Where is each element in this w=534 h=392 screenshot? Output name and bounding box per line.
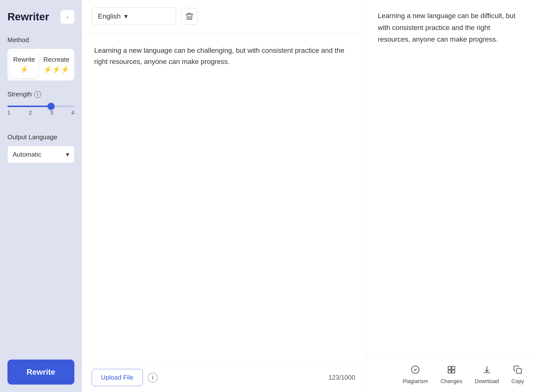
svg-rect-2 — [452, 366, 455, 369]
upload-info-icon[interactable]: ℹ — [148, 373, 158, 383]
trash-icon — [185, 12, 194, 21]
chevron-down-icon: ▾ — [66, 151, 69, 158]
rewrite-button[interactable]: Rewrite — [7, 360, 74, 385]
method-recreate[interactable]: Recreate ⚡⚡⚡ — [41, 51, 72, 78]
right-footer: Plagiarism Changes — [365, 358, 534, 392]
rewrite-icon: ⚡ — [20, 65, 29, 74]
copy-action[interactable]: Copy — [511, 365, 524, 385]
download-label: Download — [475, 378, 499, 385]
output-language-value: Automatic — [13, 151, 41, 158]
main-header: English ▾ — [82, 0, 365, 33]
input-text: Learning a new language can be challengi… — [94, 47, 344, 65]
method-recreate-label: Recreate — [43, 56, 70, 63]
delete-button[interactable] — [181, 8, 198, 25]
sidebar-header: Rewriter ‹ — [7, 10, 74, 24]
collapse-button[interactable]: ‹ — [60, 10, 74, 24]
language-value: English — [98, 12, 121, 20]
strength-label: Strength — [7, 90, 32, 98]
slider-tick-4: 4 — [71, 110, 74, 116]
slider-tick-2: 2 — [29, 110, 32, 116]
upload-file-button[interactable]: Upload File — [92, 369, 143, 386]
right-panel: Learning a new language can be difficult… — [365, 0, 534, 392]
changes-label: Changes — [441, 378, 462, 385]
slider-tick-3: 3 — [50, 110, 53, 116]
svg-rect-4 — [452, 370, 455, 373]
output-language-label: Output Language — [7, 133, 74, 141]
svg-rect-3 — [448, 370, 451, 373]
plagiarism-label: Plagiarism — [403, 378, 428, 385]
slider-tick-1: 1 — [7, 110, 10, 116]
input-text-area[interactable]: Learning a new language can be challengi… — [82, 33, 365, 363]
svg-rect-1 — [448, 366, 451, 369]
method-rewrite[interactable]: Rewrite ⚡ — [10, 51, 38, 78]
download-icon — [482, 365, 491, 376]
copy-label: Copy — [511, 378, 524, 385]
method-label: Method — [7, 36, 74, 44]
slider-labels: 1 2 3 4 — [7, 110, 74, 116]
strength-section: Strength ℹ 1 2 3 4 — [7, 90, 74, 123]
copy-icon — [513, 365, 522, 376]
slider-thumb[interactable] — [48, 103, 55, 110]
output-language-section: Output Language Automatic ▾ — [7, 133, 74, 163]
app-title: Rewriter — [7, 11, 49, 23]
strength-slider-container: 1 2 3 4 — [7, 103, 74, 123]
plagiarism-action[interactable]: Plagiarism — [403, 365, 428, 385]
strength-info-icon[interactable]: ℹ — [34, 91, 41, 98]
slider-track[interactable] — [7, 106, 74, 107]
changes-icon — [447, 365, 456, 376]
output-language-select[interactable]: Automatic ▾ — [7, 146, 74, 163]
download-action[interactable]: Download — [475, 365, 499, 385]
method-rewrite-label: Rewrite — [13, 56, 35, 63]
chevron-down-icon: ▾ — [124, 12, 128, 20]
changes-action[interactable]: Changes — [441, 365, 462, 385]
output-text-area: Learning a new language can be difficult… — [365, 0, 534, 358]
main-footer: Upload File ℹ 123/1000 — [82, 363, 365, 392]
recreate-icon: ⚡⚡⚡ — [43, 65, 69, 74]
strength-header: Strength ℹ — [7, 90, 74, 98]
output-text: Learning a new language can be difficult… — [378, 12, 515, 43]
method-group: Rewrite ⚡ Recreate ⚡⚡⚡ — [7, 49, 74, 81]
slider-fill — [7, 106, 51, 107]
sidebar: Rewriter ‹ Method Rewrite ⚡ Recreate ⚡⚡⚡… — [0, 0, 82, 392]
svg-rect-5 — [517, 369, 522, 374]
language-select[interactable]: English ▾ — [92, 7, 176, 25]
plagiarism-icon — [411, 365, 420, 376]
main-panel: English ▾ Learning a new language can be… — [82, 0, 365, 392]
word-count: 123/1000 — [328, 374, 355, 381]
